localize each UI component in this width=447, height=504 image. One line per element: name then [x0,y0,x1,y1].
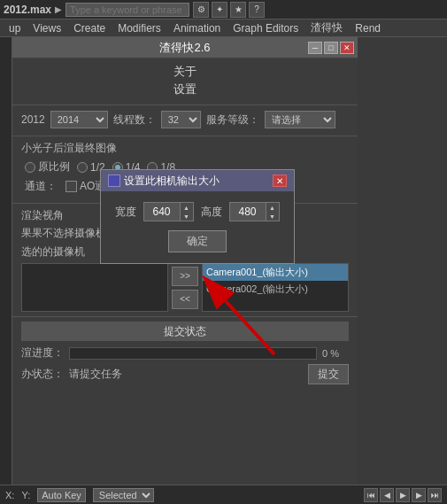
scale-original[interactable]: 原比例 [25,159,70,174]
dialog-title-text: 渣得快2.6 [159,40,210,56]
submit-button[interactable]: 提交 [308,364,349,384]
year-select[interactable]: 2014 [50,111,108,128]
modal-title-bar: 设置此相机输出大小 ✕ [101,170,294,191]
camera-item-2[interactable]: Camera002_(输出大小) [203,281,348,298]
dialog-title-controls: ─ □ ✕ [308,42,354,54]
filename-label: 2012.max [4,4,51,16]
menu-item-graph-editors[interactable]: Graph Editors [227,19,304,37]
channel-label: 通道： [25,179,57,194]
submit-section: 提交状态 渲进度： 0 % 办状态： 请提交任务 提交 [12,317,358,389]
playback-controls: ⏮ ◀ ▶ ▶ ⏭ [364,488,442,502]
ao-checkbox[interactable] [66,181,77,192]
progress-row: 渲进度： 0 % [21,345,349,361]
title-arrow: ▶ [55,4,62,14]
modal-close-button[interactable]: ✕ [273,174,287,187]
threads-select[interactable]: 32 [161,111,201,128]
modal-title-icon [108,174,120,187]
menu-bar: up Views Create Modifiers Animation Grap… [0,19,447,37]
camera-all-label: 果果不选择摄像机 [21,226,106,241]
height-arrows: ▲ ▼ [266,203,279,221]
modal-dialog: 设置此相机输出大小 ✕ 宽度 ▲ ▼ 高度 ▲ ▼ [100,169,295,264]
height-label: 高度 [201,205,222,220]
prev-frame-button[interactable]: ◀ [380,488,394,502]
arrow-back-button[interactable]: << [172,290,198,309]
camera-source-list[interactable] [21,263,168,312]
progress-bar [69,347,317,360]
title-bar: 2012.max ▶ ⚙ ✦ ★ ? [0,0,447,19]
x-coord-label: X: [5,490,14,500]
menu-item-modifiers[interactable]: Modifiers [112,19,166,37]
camera-arrows: >> << [172,263,198,312]
scale-label: 小光子后渲最终图像 [21,141,117,156]
radio-original[interactable] [25,162,35,173]
maximize-button[interactable]: □ [324,42,338,54]
about-section: 关于 设置 [12,58,358,105]
modal-title-text: 设置此相机输出大小 [124,174,273,189]
camera-selected-label: 选的的摄像机 [21,244,85,260]
width-up-arrow[interactable]: ▲ [181,203,193,212]
auto-key-button[interactable]: Auto Key [37,488,86,502]
title-icons: ⚙ ✦ ★ ? [193,2,265,18]
title-bar-left: 2012.max ▶ ⚙ ✦ ★ ? [4,2,443,18]
height-spinner[interactable]: ▲ ▼ [229,202,280,221]
level-select[interactable]: 请选择 [265,111,335,128]
modal-body: 宽度 ▲ ▼ 高度 ▲ ▼ 确定 [101,191,294,263]
bottom-bar: X: Y: Auto Key Selected ⏮ ◀ ▶ ▶ ⏭ [0,485,447,504]
status-row: 办状态： 请提交任务 提交 [21,364,349,384]
help-icon[interactable]: ? [249,2,265,18]
threads-label: 线程数： [113,112,156,128]
height-input[interactable] [230,203,266,221]
width-input[interactable] [144,203,180,221]
status-value: 请提交任务 [69,367,303,382]
arrow-forward-button[interactable]: >> [172,267,198,286]
confirm-button[interactable]: 确定 [168,230,227,252]
progress-percent: 0 % [322,348,349,359]
submit-title-bar: 提交状态 [21,322,349,341]
search-icon[interactable]: ⚙ [193,2,209,18]
radio-half[interactable] [77,162,88,173]
star-icon[interactable]: ★ [230,2,246,18]
tool-icon[interactable]: ✦ [212,2,227,18]
submit-section-title: 提交状态 [164,324,206,339]
year-label: 2012 [21,113,45,126]
menu-item-animation[interactable]: Animation [168,19,226,37]
height-up-arrow[interactable]: ▲ [266,203,279,212]
status-label: 办状态： [21,367,64,382]
width-down-arrow[interactable]: ▼ [181,212,193,221]
y-coord-label: Y: [21,490,30,500]
selection-filter-select[interactable]: Selected [93,488,154,502]
year-row: 2012 2014 线程数： 32 服务等级： 请选择 [21,111,349,128]
dialog-title-bar: 渣得快2.6 ─ □ ✕ [12,37,358,58]
width-spinner[interactable]: ▲ ▼ [143,202,194,221]
left-sidebar [0,37,12,485]
close-button[interactable]: ✕ [340,42,354,54]
play-button[interactable]: ▶ [396,488,410,502]
next-frame-button[interactable]: ▶ [412,488,426,502]
camera-item-1[interactable]: Camera001_(输出大小) [203,264,348,281]
menu-item-zhadekuai[interactable]: 渣得快 [305,19,348,37]
menu-item-rend[interactable]: Rend [350,19,386,37]
camera-target-list[interactable]: Camera001_(输出大小) Camera002_(输出大小) [202,263,349,312]
menu-item-views[interactable]: Views [27,19,66,37]
settings-title-label: 设置 [12,81,358,97]
menu-item-create[interactable]: Create [68,19,111,37]
height-down-arrow[interactable]: ▼ [266,212,279,221]
width-label: 宽度 [115,205,136,220]
level-label: 服务等级： [206,112,259,128]
about-title: 关于 [12,64,358,80]
modal-fields-row: 宽度 ▲ ▼ 高度 ▲ ▼ [112,202,283,221]
go-end-button[interactable]: ⏭ [428,488,442,502]
camera-list-container: >> << Camera001_(输出大小) Camera002_(输出大小) [21,263,349,312]
go-start-button[interactable]: ⏮ [364,488,378,502]
progress-label: 渲进度： [21,345,64,361]
menu-item-up[interactable]: up [4,19,26,37]
minimize-button[interactable]: ─ [308,42,322,54]
width-arrows: ▲ ▼ [180,203,193,221]
search-input[interactable] [66,3,189,17]
